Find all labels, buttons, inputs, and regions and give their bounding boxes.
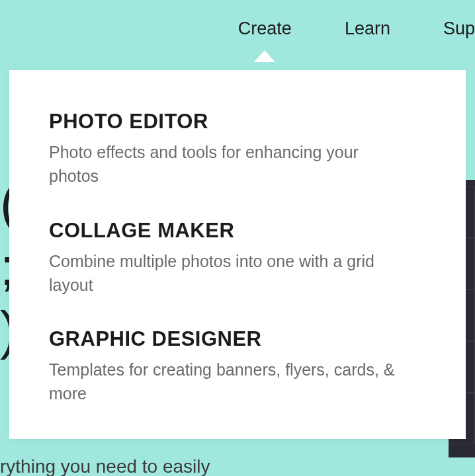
menu-desc: Photo effects and tools for enhancing yo…: [49, 140, 406, 188]
nav-item-create[interactable]: Create: [238, 19, 292, 39]
menu-item-graphic-designer[interactable]: GRAPHIC DESIGNER Templates for creating …: [49, 327, 426, 406]
menu-title: PHOTO EDITOR: [49, 110, 426, 134]
menu-item-photo-editor[interactable]: PHOTO EDITOR Photo effects and tools for…: [49, 110, 426, 188]
create-dropdown: PHOTO EDITOR Photo effects and tools for…: [9, 70, 466, 439]
menu-title: COLLAGE MAKER: [49, 219, 426, 243]
nav-item-support[interactable]: Sup: [443, 19, 475, 39]
menu-item-collage-maker[interactable]: COLLAGE MAKER Combine multiple photos in…: [49, 219, 426, 298]
nav-item-learn[interactable]: Learn: [345, 19, 390, 39]
menu-desc: Templates for creating banners, flyers, …: [49, 358, 406, 406]
top-nav: Create Learn Sup: [185, 0, 475, 39]
hero-subtext-fragment: rything you need to easily: [0, 456, 210, 476]
menu-desc: Combine multiple photos into one with a …: [49, 249, 406, 298]
menu-title: GRAPHIC DESIGNER: [49, 327, 426, 351]
